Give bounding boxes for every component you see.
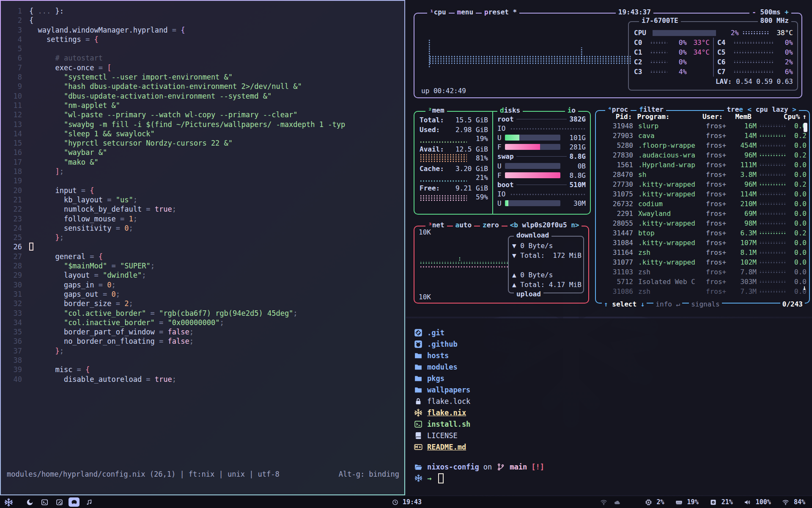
- net-auto-button[interactable]: auto: [453, 221, 475, 229]
- code-line[interactable]: 32 border_size = 2;: [1, 299, 404, 308]
- proc-filter-button[interactable]: filter: [636, 105, 666, 113]
- code-line[interactable]: 30 gaps_in = 0;: [1, 280, 404, 290]
- tab-cpu[interactable]: ¹cpu: [427, 8, 449, 16]
- code-line[interactable]: 8 "systemctl --user import-environment &…: [1, 72, 404, 82]
- process-row[interactable]: 31084.kitty-wrappedfros+107M0.0: [600, 238, 807, 248]
- process-row[interactable]: 2291Xwaylandfros+69M0.0: [600, 209, 807, 218]
- network-module[interactable]: 84%: [781, 497, 805, 507]
- code-line[interactable]: 19: [1, 176, 404, 185]
- code-line[interactable]: 2{: [1, 16, 404, 25]
- proc-signals-button[interactable]: signals: [689, 300, 721, 308]
- tab-io[interactable]: io: [565, 106, 578, 114]
- code-line[interactable]: 12 "wl-paste --primary --watch wl-copy -…: [1, 110, 404, 119]
- disk-module[interactable]: 21%: [709, 497, 733, 507]
- interval-decrease-button[interactable]: -: [752, 8, 756, 16]
- code-line[interactable]: 28 "$mainMod" = "SUPER";: [1, 261, 404, 271]
- net-zero-button[interactable]: zero: [480, 221, 502, 229]
- code-line[interactable]: 21 kb_layout = "us";: [1, 195, 404, 204]
- memory-module[interactable]: 19%: [675, 497, 699, 507]
- code-line[interactable]: 10 "dbus-update-activation-environment -…: [1, 91, 404, 101]
- workspace-5[interactable]: [83, 497, 94, 507]
- code-line[interactable]: 16 "waybar &": [1, 148, 404, 157]
- line-number: 21: [1, 195, 22, 204]
- proc-info-button[interactable]: info ↵: [653, 300, 682, 308]
- code-line[interactable]: 7 exec-once = [: [1, 63, 404, 72]
- core-row: C40%: [717, 38, 793, 47]
- tab-disks[interactable]: disks: [497, 106, 523, 114]
- code-line[interactable]: 3 wayland.windowManager.hyprland = {: [1, 25, 404, 35]
- code-line[interactable]: 14 "sleep 1 && swaylock": [1, 129, 404, 138]
- process-row[interactable]: 31086zshfros+7.3M0.0: [600, 287, 807, 296]
- core-row: C50%: [717, 47, 793, 57]
- code-line[interactable]: 23 follow_mouse = 1;: [1, 214, 404, 224]
- workspace-4-active[interactable]: [69, 497, 80, 507]
- code-line[interactable]: 18 ];: [1, 167, 404, 176]
- line-text: "waybar &": [29, 148, 404, 157]
- nix-logo-icon[interactable]: [4, 498, 13, 507]
- process-row[interactable]: 27730.kitty-wrappedfros+96M0.2: [600, 179, 807, 189]
- code-line[interactable]: 20 input = {: [1, 186, 404, 195]
- code-line[interactable]: 15 "hyprctl setcursor Nordzy-cursors 22 …: [1, 138, 404, 148]
- code-line[interactable]: 35 border_part_of_window = false;: [1, 327, 404, 337]
- workspace-2[interactable]: [39, 497, 50, 507]
- process-row[interactable]: 27903cavafros+14M0.2: [600, 131, 807, 141]
- menu-button[interactable]: menu: [455, 8, 476, 16]
- code-line[interactable]: 1{ ... }:: [1, 6, 404, 16]
- code-line[interactable]: 5: [1, 44, 404, 53]
- proc-select-control[interactable]: ↑ select ↓: [602, 300, 647, 308]
- code-line[interactable]: 11 "nm-applet &": [1, 101, 404, 110]
- volume-module[interactable]: 100%: [743, 497, 771, 507]
- code-line[interactable]: 39 misc = {: [1, 365, 404, 374]
- folder-open-icon: [414, 462, 423, 472]
- terminal-window[interactable]: .git.githubhostsmodulespkgswallpapersfla…: [406, 318, 812, 495]
- process-row[interactable]: 26732codiumfros+210M0.0: [600, 199, 807, 209]
- proc-tree-button[interactable]: tree: [724, 105, 746, 113]
- process-row[interactable]: 31075.kitty-wrappedfros+114M0.0: [600, 189, 807, 199]
- interval-increase-button[interactable]: +: [785, 8, 789, 16]
- process-row[interactable]: 5712Isolated Web Cfros+303M0.0: [600, 277, 807, 287]
- code-line[interactable]: 6 # autostart: [1, 53, 404, 63]
- process-row[interactable]: 31447btopfros+6.3M0.2: [600, 228, 807, 238]
- tab-proc[interactable]: ⁴proc: [605, 105, 631, 113]
- code-line[interactable]: 33 "col.active_border" = "rgb(cba6f7) rg…: [1, 309, 404, 318]
- code-line[interactable]: 34 "col.inactive_border" = "0x00000000";: [1, 318, 404, 327]
- code-line[interactable]: 22 numlock_by_default = true;: [1, 204, 404, 214]
- code-line[interactable]: 26: [1, 242, 404, 251]
- process-row[interactable]: 5280.floorp-wrappefros+454M0.0: [600, 141, 807, 150]
- process-row[interactable]: 31103zshfros+7.8M0.0: [600, 267, 807, 277]
- code-line[interactable]: 31 gaps_out = 0;: [1, 290, 404, 299]
- cpu-module[interactable]: 2%: [644, 497, 664, 507]
- process-row[interactable]: 31164zshfros+8.1M0.0: [600, 248, 807, 257]
- tab-mem[interactable]: ²mem: [425, 106, 447, 114]
- code-line[interactable]: 36 no_border_on_floating = false;: [1, 337, 404, 346]
- code-line[interactable]: 27 general = {: [1, 252, 404, 261]
- code-line[interactable]: 9 "hash dbus-update-activation-environme…: [1, 82, 404, 91]
- code-line[interactable]: 13 "swaybg -m fill -i $(find ~/Pictures/…: [1, 120, 404, 129]
- code-line[interactable]: 17 "mako &": [1, 157, 404, 167]
- net-interface-switcher[interactable]: <b wlp0s20f0u5 n>: [508, 221, 582, 229]
- process-row[interactable]: 1561.Hyprland-wrapfros+111M0.0: [600, 160, 807, 170]
- code-line[interactable]: 38: [1, 356, 404, 365]
- process-row[interactable]: 27830.audacious-wrafros+96M0.2: [600, 150, 807, 160]
- code-line[interactable]: 25 };: [1, 233, 404, 242]
- preset-button[interactable]: preset *: [482, 8, 519, 16]
- process-row[interactable]: 28055.kitty-wrappedfros+98M0.0: [600, 218, 807, 228]
- code-line[interactable]: 37 };: [1, 346, 404, 356]
- terminal-cursor[interactable]: [438, 473, 444, 483]
- process-row[interactable]: 28470shfros+3.8M0.0: [600, 170, 807, 179]
- code-line[interactable]: 24 sensitivity = 0;: [1, 224, 404, 233]
- proc-sort-selector[interactable]: < cpu lazy >: [745, 105, 799, 113]
- process-row[interactable]: 31077.kitty-wrappedfros+102M0.0: [600, 257, 807, 267]
- helix-editor[interactable]: 1{ ... }:2{3 wayland.windowManager.hyprl…: [1, 1, 404, 494]
- wifi-icon[interactable]: [599, 497, 609, 507]
- workspace-1[interactable]: [24, 497, 35, 507]
- proc-scrollbar[interactable]: [804, 123, 807, 132]
- code-line[interactable]: 4 settings = {: [1, 35, 404, 44]
- clock-module[interactable]: 19:43: [390, 497, 422, 507]
- process-row[interactable]: 31948slurpfros+16M0.0: [600, 121, 807, 131]
- code-line[interactable]: 29 layout = "dwindle";: [1, 271, 404, 280]
- workspace-3[interactable]: [54, 497, 65, 507]
- code-line[interactable]: 40 disable_autoreload = true;: [1, 375, 404, 384]
- cloud-icon[interactable]: [613, 497, 622, 507]
- code-area[interactable]: 1{ ... }:2{3 wayland.windowManager.hyprl…: [1, 6, 404, 384]
